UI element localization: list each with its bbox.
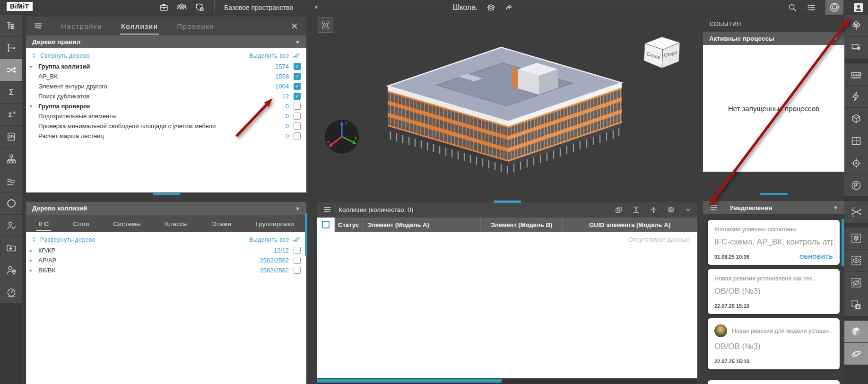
tool-flash[interactable]: [844, 86, 868, 107]
tree-row[interactable]: ▾Группа коллизий2574✓: [26, 61, 306, 71]
tool-plugins[interactable]: [0, 192, 22, 214]
refresh-action[interactable]: ОБНОВИТЬ: [799, 254, 833, 260]
rules-tree-header[interactable]: Дерево правил ▼: [26, 35, 306, 48]
collapse-tree-link[interactable]: Свернуть дерево: [31, 52, 90, 59]
chevron-down-icon[interactable]: ▼: [833, 35, 838, 41]
project-settings-icon[interactable]: [486, 3, 496, 12]
tool-solid-view[interactable]: [844, 321, 868, 342]
tree-row-checkbox[interactable]: [294, 247, 301, 254]
tool-org-chart[interactable]: [0, 148, 22, 170]
panel-resize-handle[interactable]: [153, 193, 180, 195]
collision-tree-header[interactable]: Дерево коллизий ▼: [26, 202, 306, 215]
menu-list-icon[interactable]: [807, 3, 816, 12]
search-icon[interactable]: [788, 3, 797, 12]
tree-caret-icon[interactable]: ▾: [30, 104, 38, 109]
tree-row-checkbox[interactable]: [294, 257, 301, 264]
tool-user-check[interactable]: [0, 215, 22, 236]
tool-sum-plus[interactable]: Σ+: [0, 104, 22, 125]
collision-tab-ifc[interactable]: IFC: [36, 216, 51, 231]
vertical-scrollbar[interactable]: [305, 213, 307, 256]
chevron-down-icon[interactable]: ▼: [295, 206, 300, 211]
tree-row-checkbox[interactable]: [294, 103, 301, 110]
tree-row-checkbox[interactable]: [294, 132, 301, 140]
tree-row[interactable]: Поиск дубликатов12✓: [26, 91, 306, 101]
horizontal-scrollbar[interactable]: [317, 379, 502, 383]
tool-dashboard-gauge[interactable]: [0, 281, 22, 303]
tree-row-checkbox[interactable]: ✓: [294, 73, 301, 80]
vertical-scrollbar[interactable]: [842, 219, 844, 266]
tree-caret-icon[interactable]: ▾: [30, 64, 38, 69]
copy-icon[interactable]: [615, 206, 623, 214]
notification-card[interactable]: Новая ревизия установлена как тек…ОВ/ОВ …: [708, 269, 840, 314]
tool-sheet-2d[interactable]: 2D: [0, 126, 22, 148]
tool-folder-export[interactable]: [0, 237, 22, 259]
collision-tab-слои[interactable]: Слои: [71, 216, 91, 231]
panel-resize-handle[interactable]: [760, 193, 788, 195]
tree-row[interactable]: ▸ВК/ВК2562/2562: [26, 265, 306, 275]
tree-caret-icon[interactable]: ▸: [30, 258, 38, 263]
collision-tab-этажи[interactable]: Этажи: [210, 216, 233, 231]
tool-section-cube[interactable]: [844, 108, 868, 130]
tab-checks[interactable]: Проверки: [176, 18, 215, 35]
close-icon[interactable]: [290, 22, 299, 30]
tab-collisions[interactable]: Коллизии: [120, 18, 159, 35]
tree-row[interactable]: ▸КР/КР12/12: [26, 245, 306, 255]
tree-caret-icon[interactable]: ▸: [30, 248, 38, 253]
tool-flag[interactable]: [844, 175, 868, 196]
panel-menu-icon[interactable]: [34, 21, 43, 31]
tree-row[interactable]: АР_ВК1558✓: [26, 71, 306, 81]
tree-row[interactable]: Расчет марша лестниц0: [26, 131, 306, 141]
tree-row-checkbox[interactable]: [294, 267, 301, 274]
chevron-down-icon[interactable]: ▼: [833, 205, 838, 210]
notifications-bell-icon[interactable]: [825, 0, 843, 15]
active-processes-header[interactable]: Активные процессы ▼: [703, 32, 844, 45]
tool-show-selected[interactable]: [844, 250, 868, 271]
fit-rows-icon[interactable]: [632, 206, 640, 214]
tree-row[interactable]: ▾Группа проверок0: [26, 101, 306, 111]
select-all-link[interactable]: Выделить всё: [249, 236, 300, 244]
tree-row-checkbox[interactable]: ✓: [294, 63, 301, 70]
chevron-down-icon[interactable]: [685, 206, 692, 213]
axis-gizmo[interactable]: z x y: [323, 118, 360, 155]
table-select-all-checkbox[interactable]: [322, 221, 330, 228]
team-icon[interactable]: [176, 2, 187, 13]
tool-user-location[interactable]: [0, 259, 22, 281]
table-settings-icon[interactable]: [667, 206, 675, 214]
share-icon[interactable]: [504, 3, 514, 12]
collision-tab-классы[interactable]: Классы: [163, 216, 190, 231]
notification-card[interactable]: Коллизии успешно посчитаныIFC-схема, АР_…: [708, 220, 840, 265]
collision-tab-группировки[interactable]: Группировки: [253, 216, 296, 231]
notifications-menu-icon[interactable]: [709, 203, 718, 212]
profile-icon[interactable]: [853, 2, 864, 13]
tool-trends[interactable]: [0, 170, 22, 192]
tree-row-checkbox[interactable]: [294, 122, 301, 130]
tool-clash-rules[interactable]: [0, 59, 22, 81]
tool-tree[interactable]: [844, 15, 868, 36]
tool-clear-selection[interactable]: [844, 294, 868, 316]
projects-icon[interactable]: [159, 2, 169, 12]
tool-sum[interactable]: Σ: [0, 81, 22, 103]
notification-card[interactable]: Новая ревизия для модели успешн…ОВ/ОВ (№…: [708, 318, 840, 369]
tool-hide-selected[interactable]: [844, 272, 868, 294]
tree-row[interactable]: Проверка минимальной свободной площади с…: [26, 121, 306, 131]
focus-view-button[interactable]: [318, 17, 333, 33]
collision-tab-системы[interactable]: Системы: [111, 216, 143, 231]
tool-orbit-view[interactable]: [844, 343, 868, 365]
tree-row-checkbox[interactable]: ✓: [294, 93, 301, 100]
tool-target[interactable]: [844, 152, 868, 174]
tool-dimensions[interactable]: 12: [844, 201, 868, 223]
workspace-select[interactable]: Базовое пространство ▼: [224, 4, 319, 11]
expand-tree-link[interactable]: Развернуть дерево: [31, 236, 95, 243]
notifications-header[interactable]: Уведомления ▼: [703, 201, 844, 214]
notification-card-partial[interactable]: [708, 380, 840, 384]
select-all-link[interactable]: Выделить всё: [249, 52, 300, 60]
navigation-cube[interactable]: Слева Сзади: [639, 32, 684, 72]
chevron-down-icon[interactable]: ▼: [295, 39, 300, 45]
tree-row[interactable]: ▸АР/АР2562/2562: [26, 255, 306, 265]
roles-icon[interactable]: [195, 2, 205, 12]
tree-row-checkbox[interactable]: ✓: [294, 83, 301, 90]
panel-resize-handle[interactable]: [494, 201, 521, 203]
tool-ruler[interactable]: [844, 63, 868, 85]
tool-structure-tree[interactable]: [0, 15, 22, 36]
table-menu-icon[interactable]: [323, 205, 332, 214]
